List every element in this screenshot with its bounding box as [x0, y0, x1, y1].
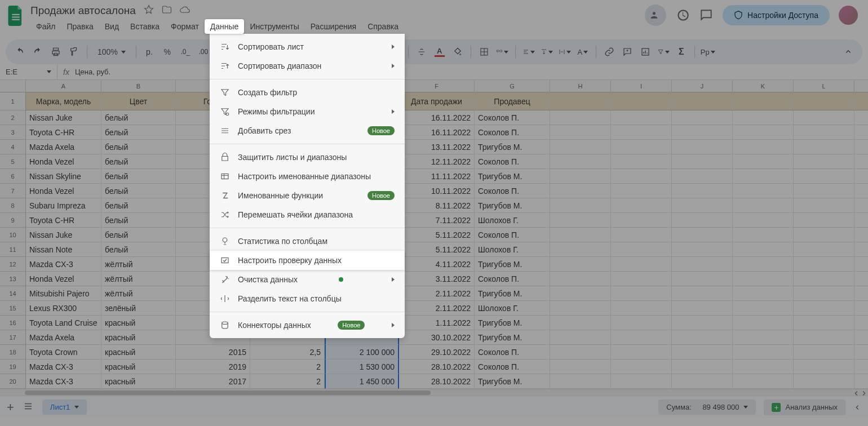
cell[interactable] [733, 316, 794, 330]
cell[interactable]: 8.11.2022 [399, 198, 475, 213]
fill-color-icon[interactable] [451, 46, 464, 58]
cell[interactable] [733, 242, 794, 257]
cell[interactable]: Mazda CX-3 [26, 257, 101, 272]
all-sheets-icon[interactable] [23, 401, 33, 414]
cell[interactable] [611, 228, 672, 242]
row-header[interactable]: 9 [0, 213, 26, 228]
percent-button[interactable]: % [161, 46, 174, 58]
cell[interactable] [672, 169, 733, 184]
cell[interactable]: жёлтый [101, 286, 176, 301]
cell[interactable]: Соколов П. [475, 125, 550, 140]
language-button[interactable]: Рр [702, 46, 714, 58]
header-cell[interactable]: Дата продажи [399, 92, 475, 110]
header-cell[interactable] [854, 92, 868, 110]
cell[interactable] [794, 316, 854, 330]
cell[interactable]: Тригубов М. [475, 286, 550, 301]
cell[interactable]: Соколов П. [475, 360, 550, 374]
row-header[interactable]: 5 [0, 154, 26, 169]
row-header[interactable]: 17 [0, 330, 26, 345]
cell[interactable] [854, 286, 868, 301]
menu-item-filter[interactable]: Создать фильтр [210, 83, 405, 102]
cell[interactable] [550, 272, 611, 286]
cell[interactable]: 2015 [176, 345, 250, 360]
cell[interactable]: 1.11.2022 [399, 316, 475, 330]
cell[interactable] [611, 301, 672, 316]
menu-формат[interactable]: Формат [165, 19, 205, 34]
col-header-I[interactable]: I [611, 80, 672, 92]
formula-input[interactable]: Цена, руб. [75, 68, 110, 76]
cell[interactable] [550, 154, 611, 169]
cell[interactable] [794, 110, 854, 125]
header-cell[interactable] [672, 92, 733, 110]
cell[interactable] [733, 360, 794, 374]
cell[interactable] [611, 110, 672, 125]
scroll-left-icon[interactable] [852, 389, 860, 397]
row-header[interactable]: 3 [0, 125, 26, 140]
cell[interactable]: Соколов П. [475, 228, 550, 242]
cell[interactable]: 28.10.2022 [399, 360, 475, 374]
menu-item-sort-sheet[interactable]: Сортировать лист [210, 37, 405, 56]
cell[interactable] [611, 125, 672, 140]
col-header-A[interactable]: A [26, 80, 101, 92]
cell[interactable]: Honda Vezel [26, 154, 101, 169]
name-box[interactable]: E:E [0, 64, 57, 79]
cell[interactable] [672, 242, 733, 257]
cell[interactable] [733, 286, 794, 301]
cell[interactable]: белый [101, 125, 176, 140]
cell[interactable]: красный [101, 316, 176, 330]
cell[interactable] [733, 154, 794, 169]
cell[interactable]: Mitsubishi Pajero [26, 286, 101, 301]
cell[interactable] [550, 242, 611, 257]
cell[interactable] [794, 140, 854, 154]
merge-icon[interactable] [496, 46, 508, 58]
menu-item-sort-range[interactable]: Сортировать диапазон [210, 56, 405, 76]
scroll-right-icon[interactable] [860, 389, 868, 397]
menu-item-named-ranges[interactable]: Настроить именованные диапазоны [210, 167, 405, 186]
row-header[interactable]: 18 [0, 345, 26, 360]
cell[interactable]: Тригубов М. [475, 169, 550, 184]
move-icon[interactable] [162, 5, 172, 17]
header-cell[interactable] [611, 92, 672, 110]
valign-icon[interactable] [541, 46, 553, 58]
cell[interactable] [733, 169, 794, 184]
cell[interactable]: Тригубов М. [475, 140, 550, 154]
menu-item-cleanup[interactable]: Очистка данных [210, 270, 405, 289]
cell[interactable]: 4.11.2022 [399, 257, 475, 272]
cell[interactable] [672, 198, 733, 213]
zoom-select[interactable]: 100% [94, 47, 129, 56]
cloud-icon[interactable] [180, 5, 190, 17]
row-header[interactable]: 13 [0, 272, 26, 286]
cell[interactable] [550, 228, 611, 242]
row-header[interactable]: 6 [0, 169, 26, 184]
quick-sum[interactable]: Сумма: 89 498 000 [658, 400, 756, 415]
cell[interactable] [854, 345, 868, 360]
cell[interactable] [550, 374, 611, 389]
cell[interactable] [672, 272, 733, 286]
cell[interactable]: Соколов П. [475, 154, 550, 169]
cell[interactable] [672, 286, 733, 301]
row-header[interactable]: 8 [0, 198, 26, 213]
cell[interactable] [550, 140, 611, 154]
currency-button[interactable]: р. [143, 46, 156, 58]
cell[interactable]: 2 [250, 360, 325, 374]
account-avatar[interactable] [839, 6, 858, 25]
cell[interactable] [854, 330, 868, 345]
cell[interactable]: Соколов П. [475, 184, 550, 198]
cell[interactable]: Шолохов Г. [475, 301, 550, 316]
cell[interactable] [794, 169, 854, 184]
comment-icon[interactable] [621, 46, 634, 58]
cell[interactable] [733, 110, 794, 125]
cell[interactable]: Toyota Land Cruise [26, 316, 101, 330]
star-icon[interactable] [144, 5, 154, 17]
cell[interactable] [733, 184, 794, 198]
strike-icon[interactable] [415, 46, 428, 58]
menu-item-protect[interactable]: Защитить листы и диапазоны [210, 148, 405, 167]
cell[interactable] [733, 374, 794, 389]
row-header[interactable]: 10 [0, 228, 26, 242]
menu-item-slicer[interactable]: Добавить срезНовое [210, 121, 405, 140]
col-header-B[interactable]: B [101, 80, 176, 92]
cell[interactable]: белый [101, 110, 176, 125]
cell[interactable]: Honda Vezel [26, 272, 101, 286]
halign-icon[interactable] [522, 46, 535, 58]
comments-icon[interactable] [699, 8, 714, 23]
